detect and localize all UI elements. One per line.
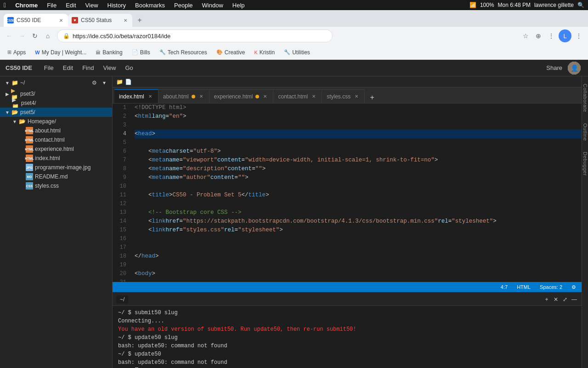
- chrome-tab-close-cs50ide[interactable]: ✕: [58, 17, 64, 23]
- menubar-search-icon[interactable]: 🔍: [577, 2, 584, 8]
- file-view-icon[interactable]: 📄: [125, 79, 132, 85]
- banking-icon: 🏛: [96, 50, 101, 55]
- code-line-7: <meta name="viewport" content="width=dev…: [135, 156, 582, 165]
- right-panel-collaborate[interactable]: Collaborate: [582, 80, 588, 116]
- menubar-view[interactable]: View: [84, 2, 100, 9]
- ide-menu-view[interactable]: View: [98, 63, 120, 73]
- status-position[interactable]: 4:7: [499, 284, 509, 290]
- chrome-tab-close-cs50status[interactable]: ✕: [122, 17, 129, 23]
- forward-button[interactable]: →: [17, 30, 28, 41]
- sidebar-item-readme[interactable]: ▶ MD README.md: [0, 172, 112, 181]
- new-tab-button[interactable]: +: [134, 15, 145, 26]
- terminal-close-icon[interactable]: ✕: [552, 296, 560, 303]
- bookmark-tech-label: Tech Resources: [168, 49, 207, 56]
- terminal-minimize-icon[interactable]: —: [571, 296, 578, 303]
- bookmark-bills[interactable]: 📄 Bills: [128, 47, 154, 58]
- code-content[interactable]: <!DOCTYPE html> <html lang="en"> <head> …: [131, 104, 582, 282]
- sidebar-item-experience[interactable]: ▶ HTML experience.html: [0, 144, 112, 154]
- editor-tab-close-experience[interactable]: ✕: [262, 93, 268, 100]
- terminal-maximize-icon[interactable]: ⤢: [561, 296, 569, 303]
- code-line-4: <head>: [135, 130, 582, 138]
- line-num-13: 13: [113, 208, 126, 217]
- editor-tab-close-styles[interactable]: ✕: [353, 93, 360, 100]
- ide-menu-go[interactable]: Go: [120, 63, 137, 73]
- chrome-tab-label-cs50status: CS50 Status: [81, 17, 122, 23]
- editor-tab-experience[interactable]: experience.html ✕: [209, 89, 274, 103]
- bookmark-tech[interactable]: 🔧 Tech Resources: [156, 47, 211, 58]
- status-language[interactable]: HTML: [515, 284, 532, 290]
- address-bar[interactable]: 🔒 https://ide.cs50.io/beta/razor0184/ide: [57, 29, 333, 42]
- sidebar-chevron-icon[interactable]: ▾: [100, 79, 108, 87]
- sidebar-item-index[interactable]: ▶ HTML index.html: [0, 154, 112, 163]
- menubar-edit[interactable]: Edit: [64, 2, 78, 9]
- chrome-tab-cs50ide[interactable]: CS50 CS50 IDE ✕: [4, 14, 68, 27]
- sidebar-item-contact[interactable]: ▶ HTML contact.html: [0, 135, 112, 144]
- bookmark-myday[interactable]: W My Day | Weight...: [31, 47, 90, 58]
- about-label: about.html: [33, 127, 112, 134]
- chrome-tab-cs50status[interactable]: ♥ CS50 Status ✕: [68, 14, 132, 27]
- sidebar-item-pset4[interactable]: ▶ 📁 pset4/: [0, 98, 112, 108]
- new-editor-tab-button[interactable]: +: [367, 92, 378, 103]
- home-button[interactable]: ⌂: [42, 30, 53, 41]
- homepage-folder-icon: 📂: [18, 118, 26, 125]
- editor-tab-close-contact[interactable]: ✕: [311, 93, 317, 100]
- line-num-6: 6: [113, 147, 126, 156]
- menubar-chrome[interactable]: Chrome: [13, 2, 40, 9]
- menubar-history[interactable]: History: [106, 2, 128, 9]
- back-button[interactable]: ←: [4, 30, 15, 41]
- bookmark-utilities[interactable]: 🔧 Utilities: [280, 47, 314, 58]
- chrome-menu-icon[interactable]: ⋮: [573, 30, 584, 41]
- settings-icon[interactable]: ⋮: [546, 30, 557, 41]
- contact-file-icon: HTML: [26, 136, 33, 144]
- apple-menu[interactable]: : [4, 1, 6, 9]
- code-editor[interactable]: 1 2 3 4 5 6 7 8 9 10 11 12 13 14 15 16 1: [113, 104, 582, 282]
- terminal-tab-main[interactable]: ~/: [116, 295, 128, 304]
- bookmark-banking[interactable]: 🏛 Banking: [92, 47, 126, 58]
- sidebar-settings-icon[interactable]: ⚙: [90, 79, 98, 87]
- ide-menu-file[interactable]: File: [40, 63, 58, 73]
- status-settings-icon[interactable]: ⚙: [570, 284, 578, 290]
- sidebar-root[interactable]: ▼ 📁 ~/: [4, 79, 88, 86]
- right-panel-debugger[interactable]: Debugger: [582, 148, 588, 179]
- editor-tab-about[interactable]: about.html ✕: [158, 89, 209, 103]
- profile-avatar[interactable]: L: [559, 29, 571, 42]
- menubar-help[interactable]: Help: [231, 2, 247, 9]
- lock-icon: 🔒: [63, 33, 70, 39]
- code-line-19: [135, 261, 582, 270]
- extension-icon[interactable]: ⊕: [533, 30, 544, 41]
- right-panel-outline[interactable]: Outline: [582, 120, 588, 144]
- editor-tab-close-about[interactable]: ✕: [198, 93, 204, 100]
- menubar-bookmarks[interactable]: Bookmarks: [133, 2, 167, 9]
- editor-tab-styles[interactable]: styles.css ✕: [322, 89, 365, 103]
- terminal-line-6: ~/ $ update50: [118, 350, 576, 358]
- ide-menu-find[interactable]: Find: [78, 63, 98, 73]
- sidebar-item-pset5[interactable]: ▼ 📂 pset5/: [0, 108, 112, 117]
- terminal-body[interactable]: ~/ $ submit50 slug Connecting.... You ha…: [113, 306, 582, 368]
- experience-label: experience.html: [33, 146, 112, 152]
- editor-tab-index[interactable]: index.html ✕: [114, 89, 158, 103]
- menubar-window[interactable]: Window: [200, 2, 225, 9]
- ide-share-button[interactable]: Share: [546, 64, 562, 71]
- menubar-battery: 100%: [480, 2, 494, 8]
- menubar-people[interactable]: People: [172, 2, 194, 9]
- ide-menu-edit[interactable]: Edit: [58, 63, 78, 73]
- code-line-1: <!DOCTYPE html>: [135, 104, 582, 112]
- bookmark-star-icon[interactable]: ☆: [520, 30, 531, 41]
- url-text: https://ide.cs50.io/beta/razor0184/ide: [73, 33, 170, 40]
- sidebar-item-image[interactable]: ▶ JPG programmer-image.jpg: [0, 163, 112, 172]
- sidebar-item-about[interactable]: ▶ HTML about.html: [0, 126, 112, 135]
- editor-tab-close-index[interactable]: ✕: [147, 93, 153, 100]
- bookmark-apps[interactable]: ⊞ Apps: [4, 47, 29, 58]
- editor-tab-contact[interactable]: contact.html ✕: [273, 89, 322, 103]
- sidebar-item-homepage[interactable]: ▼ 📂 Homepage/: [0, 117, 112, 126]
- sidebar-item-styles[interactable]: ▶ CSS styles.css: [0, 181, 112, 190]
- folder-view-icon[interactable]: 📁: [116, 79, 123, 85]
- status-spaces[interactable]: Spaces: 2: [538, 284, 564, 290]
- reload-button[interactable]: ↻: [29, 30, 40, 41]
- terminal-add-icon[interactable]: +: [543, 296, 550, 303]
- bookmark-creative[interactable]: 🎨 Creative: [213, 47, 249, 58]
- line-num-7: 7: [113, 156, 126, 165]
- line-num-11: 11: [113, 191, 126, 200]
- bookmark-kristin[interactable]: K Kristin: [250, 47, 278, 58]
- menubar-file[interactable]: File: [45, 2, 58, 9]
